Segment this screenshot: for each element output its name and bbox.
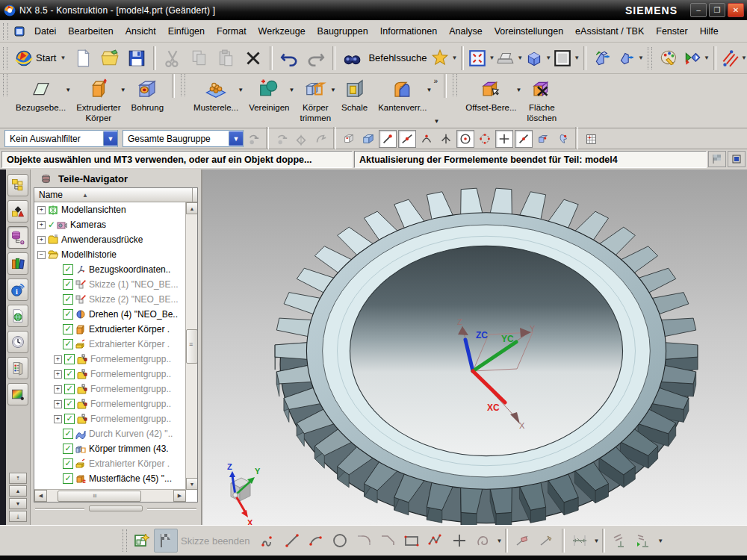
checkbox-checked[interactable]: ✓: [63, 264, 73, 275]
checkbox-checked[interactable]: ✓: [63, 324, 73, 335]
save-button[interactable]: [123, 45, 150, 72]
dropdown-arrow-icon[interactable]: ▼: [427, 87, 433, 93]
checkbox-checked[interactable]: ✓: [64, 414, 75, 424]
toolbar-grip[interactable]: [181, 74, 185, 96]
rectangle-button[interactable]: [400, 529, 424, 553]
tree-vertical-scrollbar[interactable]: ▲ ▼: [185, 202, 197, 490]
web-browser-tab[interactable]: [7, 305, 28, 327]
extrude-button[interactable]: ▼Extrudierter Körper: [71, 74, 125, 128]
maximize-button[interactable]: ❐: [709, 3, 725, 17]
scroll-right-icon[interactable]: ▶: [173, 490, 186, 502]
tree-row[interactable]: ✓Extrahierter Körper .: [34, 456, 186, 471]
snap-endpoint[interactable]: [379, 130, 397, 148]
menu-eassistant-tbk[interactable]: eAssistant / TBK: [569, 23, 650, 40]
menu-fenster[interactable]: Fenster: [650, 23, 693, 40]
display-mode-button[interactable]: ▼: [495, 45, 524, 72]
cut-button[interactable]: [159, 45, 186, 72]
tree-row[interactable]: +✓Formelementgrupp..: [34, 382, 186, 396]
background-button[interactable]: ▼: [552, 45, 580, 72]
scroll-left-icon[interactable]: ◀: [34, 490, 47, 502]
expand-icon[interactable]: +: [37, 236, 46, 244]
profile-button[interactable]: [256, 529, 280, 553]
menu-informationen[interactable]: Informationen: [374, 23, 443, 40]
trim-body-button[interactable]: ▼Körper trimmen: [295, 74, 337, 128]
quick-trim-button[interactable]: [511, 529, 535, 553]
undo-button[interactable]: [276, 45, 303, 72]
menu-analyse[interactable]: Analyse: [443, 23, 488, 40]
toolbar-options-arrow[interactable]: ▼: [433, 118, 439, 125]
checkbox-checked[interactable]: ✓: [64, 369, 75, 379]
shell-button[interactable]: Schale: [336, 74, 373, 128]
assembly-navigator-tab[interactable]: [7, 174, 28, 196]
part-navigator-tab[interactable]: [7, 226, 28, 249]
expand-icon[interactable]: +: [54, 370, 62, 379]
checkbox-checked[interactable]: ✓: [64, 384, 75, 394]
checkbox-checked[interactable]: ✓: [63, 339, 73, 349]
dropdown-arrow-icon[interactable]: ▼: [65, 87, 71, 93]
tree-row[interactable]: +✓Formelementgrupp..: [34, 367, 186, 382]
find-component-icon[interactable]: [244, 130, 262, 148]
tree-row[interactable]: ✓Skizze (2) "NEO_BE...: [34, 292, 186, 307]
checkbox-checked[interactable]: ✓: [63, 473, 73, 484]
role-palette-button[interactable]: [655, 45, 682, 72]
tree-row[interactable]: ✓Extrahierter Körper .: [34, 337, 186, 352]
gear-model[interactable]: ZZCYCYXCXZYX: [202, 169, 747, 525]
tree-row[interactable]: +✓Formelementgrupp..: [34, 396, 186, 411]
scroll-down-button[interactable]: ▼: [9, 498, 27, 509]
menu-datei[interactable]: Datei: [28, 23, 62, 40]
scroll-up-icon[interactable]: ▲: [186, 202, 198, 214]
maximize-viewport-icon[interactable]: [728, 151, 746, 167]
expand-icon[interactable]: +: [37, 221, 46, 229]
dropdown-arrow-icon[interactable]: ▼: [657, 538, 663, 544]
select-priority-icon[interactable]: [273, 130, 291, 148]
pattern-feature-button[interactable]: ▼Musterele...: [188, 74, 244, 128]
circle-button[interactable]: [328, 529, 352, 553]
dropdown-arrow-icon[interactable]: ▼: [593, 538, 599, 544]
hd3d-tools-tab[interactable]: i: [7, 279, 28, 301]
selection-scope-dropdown-icon[interactable]: ▼: [229, 131, 243, 146]
chamfer-button[interactable]: [376, 529, 400, 553]
snap-quadrant[interactable]: [476, 130, 494, 148]
tree-column-header[interactable]: Name ▲: [34, 188, 197, 202]
selection-scope-combo[interactable]: Gesamte Baugruppe ▼: [123, 130, 244, 147]
point-button[interactable]: [447, 529, 471, 553]
snap-on-surface-icon[interactable]: [554, 130, 571, 148]
snap-control-point[interactable]: [418, 130, 436, 148]
edge-blend-button[interactable]: ▼Kantenverr...: [373, 74, 432, 128]
datum-plane-button[interactable]: ▼Bezugsebe...: [10, 74, 71, 128]
reuse-library-tab[interactable]: [7, 252, 28, 275]
checkbox-checked[interactable]: ✓: [63, 429, 73, 439]
hole-button[interactable]: Bohrung: [126, 74, 169, 128]
expand-icon[interactable]: +: [54, 400, 62, 408]
checkbox-checked[interactable]: ✓: [63, 444, 73, 454]
tree-row[interactable]: +Anwenderausdrücke: [34, 232, 186, 247]
hscroll-thumb[interactable]: [58, 491, 141, 502]
clip-section-icon[interactable]: [359, 130, 377, 148]
tree-row[interactable]: ✓Körper trimmen (43.: [34, 441, 186, 456]
checkbox-checked[interactable]: ✓: [63, 309, 73, 320]
grid-snap-icon[interactable]: [582, 130, 600, 148]
menubar-grip[interactable]: [3, 23, 8, 40]
shaded-view-button[interactable]: ▼: [524, 45, 552, 72]
palettes-tab[interactable]: [7, 357, 28, 379]
checkbox-checked[interactable]: ✓: [64, 354, 75, 364]
paste-button[interactable]: [213, 45, 240, 72]
menu-ansicht[interactable]: Ansicht: [120, 23, 162, 40]
tree-row[interactable]: −Modellhistorie: [34, 247, 186, 262]
tree-row[interactable]: ✓Extrudierter Körper .: [34, 322, 186, 337]
visualize-button[interactable]: ▼: [682, 45, 710, 72]
expand-icon[interactable]: +: [54, 415, 62, 423]
fit-view-button[interactable]: ▼: [467, 45, 495, 72]
column-divider[interactable]: [192, 188, 193, 202]
command-finder-button[interactable]: [338, 45, 365, 72]
menu-voreinstellungen[interactable]: Voreinstellungen: [489, 23, 569, 40]
tree-row[interactable]: ✓Durch Kurven (42) "..: [34, 426, 186, 441]
roles-tab[interactable]: [7, 383, 28, 405]
start-menu-button[interactable]: Start ▼: [10, 44, 69, 72]
toolbar-grip[interactable]: [3, 47, 7, 69]
snap-point-on-curve[interactable]: [515, 130, 533, 148]
copy-button[interactable]: [186, 45, 213, 72]
snap-midpoint[interactable]: [398, 130, 416, 148]
menu-bearbeiten[interactable]: Bearbeiten: [62, 23, 119, 40]
arc-button[interactable]: [304, 529, 328, 553]
